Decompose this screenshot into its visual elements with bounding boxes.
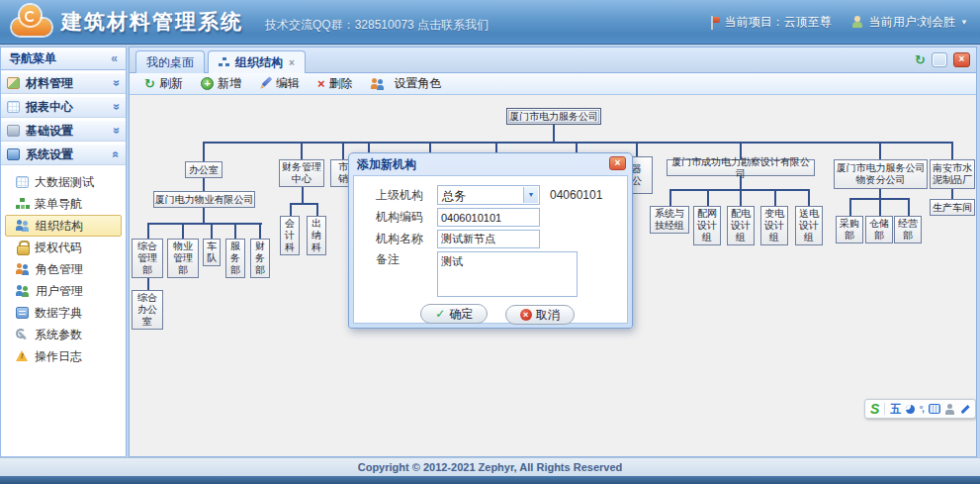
connector-line bbox=[211, 225, 213, 239]
org-node[interactable]: 车 队 bbox=[203, 239, 221, 266]
chevron-up-icon[interactable]: « bbox=[110, 151, 124, 158]
current-user-menu[interactable]: 当前用户:刘会胜 ▼ bbox=[851, 14, 968, 31]
connector-line bbox=[301, 144, 303, 159]
org-node[interactable]: 仓储 部 bbox=[865, 216, 893, 243]
sidebar-section-reports[interactable]: 报表中心 « bbox=[1, 96, 126, 118]
org-node[interactable]: 系统与 技经组 bbox=[650, 206, 689, 234]
note-textarea[interactable]: 测试 bbox=[437, 251, 578, 297]
org-node[interactable]: 厦门电力物业有限公司 bbox=[153, 191, 255, 208]
chevron-down-icon[interactable]: « bbox=[110, 128, 124, 135]
tab-org-structure[interactable]: 组织结构 × bbox=[208, 50, 306, 73]
qq-group-link[interactable]: 技术交流QQ群：328510073 点击联系我们 bbox=[265, 17, 489, 34]
org-node[interactable]: 送电 设计 组 bbox=[795, 206, 823, 245]
app-logo-icon bbox=[12, 5, 55, 39]
org-node[interactable]: 南安市水 泥制品厂 bbox=[930, 159, 975, 189]
add-button[interactable]: 新增 bbox=[194, 73, 248, 94]
org-node[interactable]: 配电 设计 组 bbox=[727, 206, 755, 245]
org-node[interactable]: 厦门市成功电力勘察设计有限公司 bbox=[667, 159, 815, 176]
sidebar-item-auth-code[interactable]: 授权代码 bbox=[5, 237, 122, 258]
panel-close-icon[interactable]: × bbox=[953, 52, 970, 67]
tab-close-icon[interactable]: × bbox=[289, 57, 295, 68]
connector-line bbox=[182, 225, 184, 239]
org-node[interactable]: 经营 部 bbox=[894, 216, 922, 243]
connector-line bbox=[147, 223, 262, 225]
chevron-down-icon[interactable]: « bbox=[110, 80, 124, 87]
dialog-buttons: ✓ 确定 × 取消 bbox=[376, 304, 619, 325]
sidebar-title: 导航菜单 bbox=[9, 50, 56, 67]
org-node[interactable]: 出 纳 科 bbox=[307, 216, 326, 255]
soft-keyboard-icon[interactable] bbox=[929, 404, 940, 414]
chevron-down-icon[interactable]: « bbox=[110, 104, 124, 111]
org-node[interactable]: 会 计 科 bbox=[280, 216, 300, 255]
sidebar-collapse-icon[interactable]: « bbox=[111, 51, 118, 65]
sidebar-item-roles[interactable]: 角色管理 bbox=[5, 258, 122, 280]
org-node[interactable]: 综合 办公 室 bbox=[132, 290, 163, 330]
cancel-button[interactable]: × 取消 bbox=[505, 305, 575, 325]
connector-line bbox=[147, 225, 149, 239]
dialog-close-icon[interactable]: × bbox=[609, 156, 626, 170]
connector-line bbox=[879, 200, 881, 216]
sidebar-item-dictionary[interactable]: 数据字典 bbox=[5, 302, 122, 324]
org-node[interactable]: 综合 管理 部 bbox=[132, 239, 163, 278]
sidebar-item-users[interactable]: 用户管理 bbox=[5, 280, 122, 302]
dialog-titlebar[interactable]: 添加新机构 × bbox=[349, 153, 632, 174]
delete-button[interactable]: ×删除 bbox=[311, 73, 360, 94]
caret-down-icon[interactable]: ▼ bbox=[960, 18, 968, 27]
sidebar-section-material[interactable]: 材料管理 « bbox=[1, 72, 126, 94]
toolbar: ↻刷新 新增 编辑 ×删除 设置角色 bbox=[130, 73, 976, 95]
sogou-logo-icon[interactable]: S bbox=[870, 401, 879, 417]
org-node[interactable]: 财 务 部 bbox=[250, 239, 270, 278]
material-icon bbox=[7, 77, 20, 89]
org-node[interactable]: 采购 部 bbox=[836, 216, 863, 243]
org-node[interactable]: 变电 设计 组 bbox=[760, 206, 788, 245]
lock-icon bbox=[16, 242, 29, 253]
set-role-icon bbox=[371, 78, 386, 90]
connector-line bbox=[342, 144, 344, 159]
connector-line bbox=[707, 191, 709, 206]
connector-line bbox=[879, 144, 881, 159]
refresh-button[interactable]: ↻刷新 bbox=[137, 73, 190, 94]
bottom-strip bbox=[0, 476, 980, 484]
ime-user-icon[interactable] bbox=[945, 404, 954, 415]
org-node[interactable]: 配网 设计 组 bbox=[693, 206, 721, 245]
wubi-mode-icon[interactable]: 五 bbox=[890, 402, 901, 417]
copyright-text: Copyright © 2012-2021 Zephyr, All Rights… bbox=[358, 461, 623, 473]
org-chart-canvas: 厦门市电力服务公司 办公室 财务管理 中心 市 销 器 公 厦门电力物业有限公司… bbox=[130, 95, 976, 456]
dialog-title: 添加新机构 bbox=[357, 157, 416, 171]
current-user-label: 当前用户:刘会胜 bbox=[869, 14, 955, 31]
sidebar-section-basic[interactable]: 基础设置 « bbox=[1, 120, 126, 142]
sidebar-section-system[interactable]: 系统设置 « bbox=[1, 144, 126, 165]
org-name-input[interactable] bbox=[437, 230, 540, 248]
parent-org-select[interactable]: 总务 ▼ bbox=[437, 185, 540, 205]
org-node[interactable]: 财务管理 中心 bbox=[279, 159, 324, 187]
tab-bar: 我的桌面 组织结构 × ↻ × bbox=[130, 48, 976, 73]
app-header: 建筑材料管理系统 技术交流QQ群：328510073 点击联系我们 当前项目：云… bbox=[0, 0, 980, 45]
sidebar-item-sys-params[interactable]: 系统参数 bbox=[5, 324, 122, 345]
punctuation-icon[interactable]: °, bbox=[920, 404, 924, 414]
sidebar-item-bigdata[interactable]: 大数据测试 bbox=[5, 171, 122, 193]
org-node[interactable]: 生产车间 bbox=[930, 199, 975, 216]
org-node[interactable]: 厦门市电力服务公司 物资分公司 bbox=[834, 159, 928, 189]
org-node[interactable]: 物业 管理 部 bbox=[167, 239, 199, 278]
dropdown-arrow-icon[interactable]: ▼ bbox=[523, 187, 538, 203]
edit-button[interactable]: 编辑 bbox=[252, 73, 307, 94]
panel-refresh-icon[interactable]: ↻ bbox=[915, 52, 926, 67]
org-code-input[interactable] bbox=[437, 208, 540, 227]
ime-settings-wrench-icon[interactable] bbox=[960, 404, 969, 413]
sidebar-item-menu-nav[interactable]: 菜单导航 bbox=[5, 193, 122, 215]
maximize-icon[interactable] bbox=[932, 52, 947, 67]
current-project-label: 当前项目：云顶至尊 bbox=[725, 14, 832, 31]
connector-line bbox=[849, 200, 851, 216]
set-role-button[interactable]: 设置角色 bbox=[364, 73, 449, 94]
org-node[interactable]: 办公室 bbox=[185, 161, 223, 178]
org-node-root[interactable]: 厦门市电力服务公司 bbox=[506, 108, 601, 125]
ok-button[interactable]: ✓ 确定 bbox=[420, 304, 488, 324]
tab-my-desktop[interactable]: 我的桌面 bbox=[135, 50, 205, 73]
sidebar-item-op-log[interactable]: 操作日志 bbox=[5, 345, 122, 367]
sidebar-item-org-structure[interactable]: 组织结构 bbox=[5, 215, 122, 237]
connector-line bbox=[879, 189, 881, 198]
org-node[interactable]: 服 务 部 bbox=[225, 239, 245, 278]
connector-line bbox=[203, 208, 205, 223]
divider bbox=[884, 403, 885, 415]
half-width-moon-icon[interactable] bbox=[906, 405, 914, 414]
